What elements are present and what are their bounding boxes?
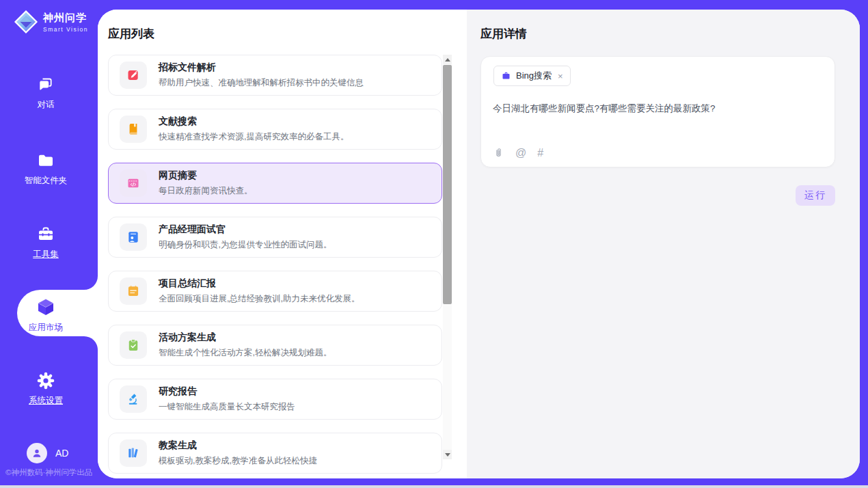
brand-name: 神州问学 <box>43 12 88 25</box>
mention-icon[interactable]: @ <box>515 148 526 159</box>
app-icon <box>120 116 147 143</box>
app-card[interactable]: 招标文件解析 帮助用户快速、准确地理解和解析招标书中的关键信息 <box>108 55 442 96</box>
app-name: 项目总结汇报 <box>159 277 360 290</box>
app-card[interactable]: 教案生成 模板驱动,教案秒成,教学准备从此轻松快捷 <box>108 433 442 474</box>
app-list-panel: 应用列表 招标文件解析 帮助用户快速、准确地理解和解析招标书中的关键信息 文献搜… <box>98 10 467 478</box>
chip-close-icon[interactable]: × <box>558 71 563 81</box>
app-card[interactable]: 产品经理面试官 明确身份和职责,为您提供专业性的面试问题。 <box>108 217 442 258</box>
active-nav-notch-top <box>84 276 98 290</box>
paperclip-icon[interactable] <box>493 147 504 159</box>
user-account[interactable]: AD <box>27 443 68 463</box>
briefcase-icon <box>501 71 511 81</box>
toolbox-icon <box>36 225 55 244</box>
scroll-down-button[interactable] <box>443 450 452 459</box>
app-icon <box>120 439 147 467</box>
prompt-input[interactable]: 今日湖北有哪些新闻要点?有哪些需要关注的最新政策? <box>493 102 821 116</box>
app-icon <box>120 62 147 89</box>
app-description: 每日政府新闻资讯快查。 <box>159 185 253 197</box>
brand-logo-icon <box>14 10 38 34</box>
app-icon <box>120 331 147 359</box>
app-detail-panel: 应用详情 Bing搜索 × 今日湖北有哪些新闻要点?有哪些需要关注的最新政策? … <box>467 10 860 478</box>
sidebar-item-label: 对话 <box>38 99 55 111</box>
brand-logo: 神州问学 Smart Vision <box>14 10 88 34</box>
app-card[interactable]: 项目总结汇报 全面回顾项目进展,总结经验教训,助力未来优化发展。 <box>108 271 442 312</box>
folder-icon <box>36 151 55 170</box>
app-list: 招标文件解析 帮助用户快速、准确地理解和解析招标书中的关键信息 文献搜索 快速精… <box>108 55 442 474</box>
app-icon <box>120 170 147 197</box>
scrollbar-thumb[interactable] <box>443 65 452 304</box>
sidebar-item-label: 工具集 <box>33 249 59 260</box>
chip-label: Bing搜索 <box>516 70 552 82</box>
app-name: 文献搜索 <box>159 116 349 128</box>
app-description: 一键智能生成高质量长文本研究报告 <box>159 401 295 413</box>
app-name: 招标文件解析 <box>159 62 364 74</box>
app-name: 网页摘要 <box>159 170 253 182</box>
app-card[interactable]: 文献搜索 快速精准查找学术资源,提高研究效率的必备工具。 <box>108 109 442 150</box>
brand-tagline: Smart Vision <box>43 26 88 33</box>
scroll-up-icon <box>445 58 450 62</box>
avatar <box>27 443 47 463</box>
app-description: 智能生成个性化活动方案,轻松解决规划难题。 <box>159 347 331 359</box>
app-card[interactable]: 活动方案生成 智能生成个性化活动方案,轻松解决规划难题。 <box>108 325 442 366</box>
sidebar-item-smart-folder[interactable]: 智能文件夹 <box>0 151 92 187</box>
scroll-up-button[interactable] <box>443 55 452 64</box>
sidebar-item-settings[interactable]: 系统设置 <box>0 371 92 407</box>
chat-bubbles-icon <box>36 75 55 94</box>
active-nav-notch-bottom <box>84 336 98 350</box>
app-card[interactable]: 研究报告 一键智能生成高质量长文本研究报告 <box>108 379 442 420</box>
app-description: 全面回顾项目进展,总结经验教训,助力未来优化发展。 <box>159 293 360 305</box>
app-card[interactable]: 网页摘要 每日政府新闻资讯快查。 <box>108 163 442 204</box>
app-list-title: 应用列表 <box>108 26 154 42</box>
gear-icon <box>36 371 55 390</box>
sidebar: 神州问学 Smart Vision 对话 智能文件夹 <box>0 0 98 485</box>
copyright-footer: ©神州数码·神州问学出品 <box>5 467 92 478</box>
sidebar-item-label: 智能文件夹 <box>25 175 68 187</box>
prompt-card: Bing搜索 × 今日湖北有哪些新闻要点?有哪些需要关注的最新政策? @ # <box>480 56 835 167</box>
user-initials: AD <box>55 448 68 459</box>
app-description: 模板驱动,教案秒成,教学准备从此轻松快捷 <box>159 455 317 467</box>
scroll-down-icon <box>445 453 450 457</box>
app-name: 活动方案生成 <box>159 331 331 344</box>
sidebar-item-chat[interactable]: 对话 <box>0 75 92 111</box>
app-name: 研究报告 <box>159 385 295 398</box>
app-icon <box>120 385 147 413</box>
hash-icon[interactable]: # <box>537 148 543 159</box>
sidebar-item-label: 应用市场 <box>29 322 63 334</box>
app-name: 产品经理面试官 <box>159 223 331 236</box>
sidebar-item-label: 系统设置 <box>29 395 63 407</box>
run-button[interactable]: 运行 <box>796 185 835 206</box>
app-detail-title: 应用详情 <box>480 26 527 42</box>
app-icon <box>120 223 147 251</box>
app-description: 帮助用户快速、准确地理解和解析招标书中的关键信息 <box>159 77 364 89</box>
prompt-toolbar: @ # <box>493 147 543 159</box>
app-description: 明确身份和职责,为您提供专业性的面试问题。 <box>159 239 331 251</box>
app-list-scrollbar[interactable] <box>443 55 452 459</box>
cube-icon <box>36 297 56 317</box>
app-icon <box>120 277 147 305</box>
content-area: 应用列表 招标文件解析 帮助用户快速、准确地理解和解析招标书中的关键信息 文献搜… <box>98 10 860 478</box>
sidebar-item-toolbox[interactable]: 工具集 <box>0 225 92 260</box>
app-description: 快速精准查找学术资源,提高研究效率的必备工具。 <box>159 131 349 143</box>
app-name: 教案生成 <box>159 439 317 452</box>
sidebar-item-app-market[interactable]: 应用市场 <box>0 297 92 334</box>
bing-search-chip[interactable]: Bing搜索 × <box>493 66 571 86</box>
